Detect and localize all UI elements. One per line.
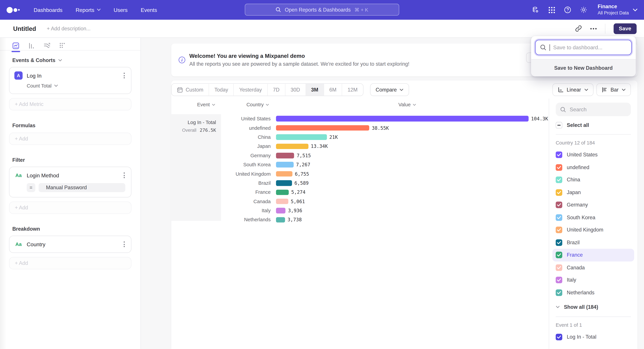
nav-link-users[interactable]: Users bbox=[114, 7, 128, 13]
country-item[interactable]: Italy bbox=[556, 274, 631, 286]
add-description-button[interactable]: + Add description... bbox=[47, 26, 90, 31]
country-checkbox[interactable] bbox=[556, 177, 562, 183]
country-item[interactable]: United Kingdom bbox=[556, 224, 631, 236]
value-bar[interactable] bbox=[276, 189, 289, 195]
add-formula-button[interactable]: + Add bbox=[9, 133, 132, 145]
settings-gear-icon[interactable] bbox=[580, 6, 587, 13]
country-checkbox[interactable] bbox=[556, 152, 562, 158]
country-item[interactable]: Japan bbox=[556, 186, 631, 199]
nav-link-reports[interactable]: Reports bbox=[76, 7, 100, 13]
range-12m[interactable]: 12M bbox=[342, 84, 363, 96]
tab-funnels[interactable] bbox=[28, 42, 35, 49]
report-card: CustomTodayYesterday7D30D3M6M12M Compare… bbox=[171, 80, 638, 349]
value-bar[interactable] bbox=[276, 199, 288, 204]
chevron-down-icon bbox=[54, 84, 58, 87]
country-checkbox[interactable] bbox=[556, 189, 562, 196]
country-label: Germany bbox=[171, 153, 271, 158]
breakdown-card[interactable]: Aa Country bbox=[9, 236, 132, 253]
nav-link-events[interactable]: Events bbox=[141, 7, 157, 13]
filter-kebab-icon[interactable] bbox=[122, 171, 126, 179]
copy-link-icon[interactable] bbox=[575, 25, 582, 32]
country-checkbox[interactable] bbox=[556, 239, 562, 246]
value-bar[interactable] bbox=[276, 162, 294, 167]
add-breakdown-button[interactable]: + Add bbox=[9, 257, 132, 269]
breakdown-property-name[interactable]: Country bbox=[27, 241, 46, 247]
filter-card[interactable]: Aa Login Method = Manual Password bbox=[9, 167, 132, 197]
country-checkbox[interactable] bbox=[556, 202, 562, 208]
country-item[interactable]: China bbox=[556, 174, 631, 186]
value-bar[interactable] bbox=[276, 125, 370, 131]
report-title[interactable]: Untitled bbox=[13, 25, 36, 32]
range-custom[interactable]: Custom bbox=[172, 84, 209, 96]
country-item[interactable]: undefined bbox=[556, 161, 631, 174]
apps-grid-icon[interactable] bbox=[548, 6, 555, 13]
compare-button[interactable]: Compare bbox=[370, 83, 409, 96]
select-all-checkbox[interactable] bbox=[556, 122, 562, 128]
country-item[interactable]: United States bbox=[556, 149, 631, 161]
more-options-icon[interactable] bbox=[590, 28, 596, 29]
events-cohorts-section-header[interactable]: Events & Cohorts bbox=[12, 57, 140, 63]
mixpanel-logo[interactable] bbox=[6, 7, 20, 13]
dashboard-search-box[interactable] bbox=[535, 40, 632, 55]
country-checkbox[interactable] bbox=[556, 214, 562, 221]
country-checkbox[interactable] bbox=[556, 289, 562, 296]
column-header-event[interactable]: Event bbox=[197, 102, 215, 107]
range-today[interactable]: Today bbox=[209, 84, 234, 96]
select-all-row[interactable]: Select all bbox=[556, 121, 631, 129]
value-bar[interactable] bbox=[276, 134, 327, 140]
country-item[interactable]: France bbox=[552, 249, 634, 261]
country-item[interactable]: Brazil bbox=[556, 236, 631, 249]
add-metric-button[interactable]: + Add Metric bbox=[9, 98, 132, 110]
dashboard-search-input[interactable] bbox=[553, 44, 627, 50]
country-checkbox[interactable] bbox=[556, 164, 562, 171]
save-to-new-dashboard-button[interactable]: Save to New Dashboard bbox=[531, 59, 636, 76]
metric-aggregation[interactable]: Count Total bbox=[27, 83, 126, 89]
range-7d[interactable]: 7D bbox=[268, 84, 285, 96]
value-bar[interactable] bbox=[276, 116, 528, 121]
value-bar[interactable] bbox=[276, 171, 292, 177]
country-item[interactable]: Canada bbox=[556, 261, 631, 274]
event-item[interactable]: Log In - Total bbox=[556, 331, 631, 344]
event-checkbox[interactable] bbox=[556, 334, 562, 341]
value-bar[interactable] bbox=[276, 208, 286, 213]
tab-retention[interactable] bbox=[59, 42, 66, 49]
scale-selector[interactable]: Linear bbox=[552, 83, 593, 96]
series-search-box[interactable] bbox=[556, 103, 631, 116]
country-item[interactable]: Netherlands bbox=[556, 286, 631, 299]
chart-type-selector[interactable]: Bar bbox=[596, 83, 631, 96]
nav-link-dashboards[interactable]: Dashboards bbox=[34, 7, 62, 13]
value-bar[interactable] bbox=[276, 143, 308, 149]
tab-insights[interactable] bbox=[12, 42, 19, 49]
data-management-icon[interactable] bbox=[532, 6, 539, 13]
show-all-button[interactable]: Show all (184) bbox=[556, 301, 631, 313]
column-header-value[interactable]: Value bbox=[398, 102, 416, 107]
tab-flows[interactable] bbox=[44, 42, 51, 49]
help-icon[interactable] bbox=[564, 6, 572, 13]
project-switcher[interactable]: Finance All Project Data bbox=[598, 4, 638, 16]
filter-property-name[interactable]: Login Method bbox=[27, 172, 59, 178]
series-search-input[interactable] bbox=[570, 106, 626, 112]
column-header-country[interactable]: Country bbox=[246, 102, 269, 107]
add-filter-button[interactable]: + Add bbox=[9, 202, 132, 214]
country-checkbox[interactable] bbox=[556, 264, 562, 271]
filter-operator[interactable]: = bbox=[27, 183, 35, 192]
value-bar[interactable] bbox=[276, 180, 292, 186]
country-checkbox[interactable] bbox=[556, 277, 562, 283]
country-checkbox[interactable] bbox=[556, 227, 562, 233]
metric-event-name[interactable]: Log In bbox=[27, 72, 42, 79]
save-button[interactable]: Save bbox=[614, 23, 636, 34]
range-6m[interactable]: 6M bbox=[324, 84, 342, 96]
metric-kebab-icon[interactable] bbox=[122, 71, 126, 80]
country-item[interactable]: Germany bbox=[556, 199, 631, 211]
country-item[interactable]: South Korea bbox=[556, 211, 631, 224]
filter-value[interactable]: Manual Password bbox=[38, 183, 125, 192]
value-bar[interactable] bbox=[276, 217, 285, 223]
global-search-button[interactable]: Open Reports & Dashboards ⌘ + K bbox=[245, 4, 399, 15]
range-30d[interactable]: 30D bbox=[285, 84, 306, 96]
range-3m[interactable]: 3M bbox=[306, 84, 324, 96]
value-bar[interactable] bbox=[276, 153, 294, 158]
range-yesterday[interactable]: Yesterday bbox=[234, 84, 268, 96]
breakdown-kebab-icon[interactable] bbox=[122, 240, 126, 248]
metric-card[interactable]: A Log In Count Total bbox=[9, 67, 132, 94]
country-checkbox[interactable] bbox=[556, 252, 562, 258]
